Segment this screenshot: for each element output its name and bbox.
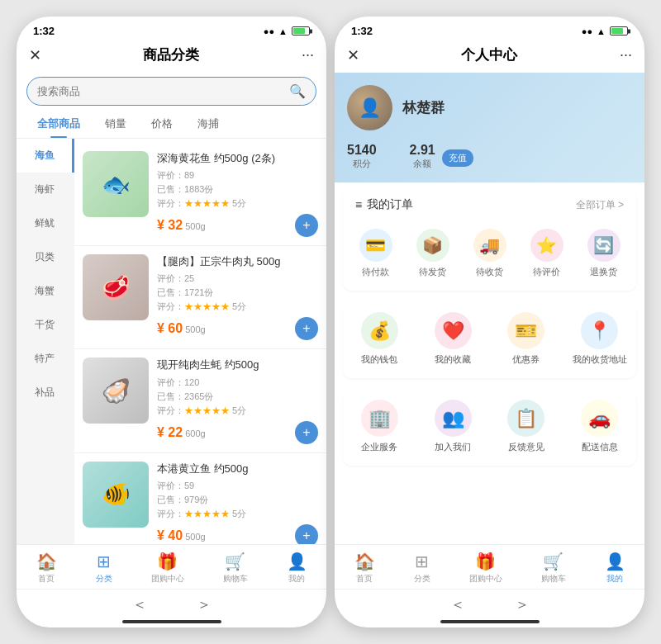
left-bottom-arrows: ＜ ＞ bbox=[17, 589, 326, 618]
sidebar-item-specialty[interactable]: 特产 bbox=[17, 342, 74, 376]
service-coupon[interactable]: 🎫 优惠券 bbox=[494, 312, 559, 366]
services-grid-2: 🏢 企业服务 👥 加入我们 📋 反馈意见 🚗 配送信息 bbox=[343, 391, 636, 466]
left-more-btn[interactable]: ··· bbox=[302, 46, 314, 64]
order-type-payment[interactable]: 💳 待付款 bbox=[359, 229, 392, 278]
right-home-indicator bbox=[440, 620, 540, 623]
add-to-cart-btn-3[interactable]: + bbox=[295, 421, 318, 444]
right-nav-mine[interactable]: 👤 我的 bbox=[605, 552, 625, 585]
forward-arrow[interactable]: ＞ bbox=[197, 594, 212, 614]
service-join[interactable]: 👥 加入我们 bbox=[421, 400, 486, 453]
profile-stats: 5140 积分 2.91 余额 充值 bbox=[347, 143, 632, 170]
right-close-btn[interactable]: ✕ bbox=[347, 46, 359, 64]
sidebar-item-shellfish[interactable]: 贝类 bbox=[17, 240, 74, 274]
left-status-bar: 1:32 ●● ▲ bbox=[17, 17, 326, 41]
product-price-3: ¥ 22600g bbox=[157, 425, 206, 440]
add-to-cart-btn-4[interactable]: + bbox=[295, 524, 318, 544]
wifi-icon: ▲ bbox=[278, 26, 288, 36]
right-nav-cart[interactable]: 🛒 购物车 bbox=[541, 552, 566, 585]
left-close-btn[interactable]: ✕ bbox=[29, 46, 41, 64]
right-nav-home-label: 首页 bbox=[356, 573, 373, 585]
main-content: 海鱼 海虾 鲜鱿 贝类 海蟹 干货 特产 补品 🐟 深海黄花鱼 约500g (2… bbox=[17, 139, 326, 544]
sidebar-item-crab[interactable]: 海蟹 bbox=[17, 274, 74, 308]
left-nav-home[interactable]: 🏠 首页 bbox=[36, 552, 57, 585]
points-value: 5140 bbox=[347, 143, 377, 158]
right-nav-group[interactable]: 🎁 团购中心 bbox=[469, 552, 502, 585]
order-type-receive[interactable]: 🚚 待收货 bbox=[473, 229, 506, 278]
recharge-button[interactable]: 充值 bbox=[442, 149, 473, 167]
return-label: 退换货 bbox=[590, 266, 617, 278]
orders-more-link[interactable]: 全部订单 > bbox=[576, 198, 624, 212]
right-nav-home[interactable]: 🏠 首页 bbox=[354, 552, 375, 585]
add-to-cart-btn-1[interactable]: + bbox=[295, 214, 318, 237]
right-bottom-nav: 🏠 首页 ⊞ 分类 🎁 团购中心 🛒 购物车 👤 我的 bbox=[335, 544, 644, 589]
product-price-row-4: ¥ 40500g + bbox=[157, 524, 318, 544]
product-eval-3: 评价：120 bbox=[157, 376, 318, 389]
profile-name: 林楚群 bbox=[402, 98, 445, 117]
tab-sales[interactable]: 销量 bbox=[93, 110, 139, 138]
left-nav-category-label: 分类 bbox=[96, 573, 112, 585]
service-delivery[interactable]: 🚗 配送信息 bbox=[567, 400, 632, 453]
order-type-return[interactable]: 🔄 退换货 bbox=[587, 229, 621, 278]
receive-icon: 🚚 bbox=[473, 229, 506, 262]
sidebar-item-dried[interactable]: 干货 bbox=[17, 308, 74, 342]
right-back-arrow[interactable]: ＜ bbox=[450, 594, 465, 614]
service-feedback[interactable]: 📋 反馈意见 bbox=[494, 400, 559, 453]
product-info-2: 【腿肉】正宗牛肉丸 500g 评价：25 已售：1721份 评分：★★★★★ 5… bbox=[157, 254, 318, 340]
sidebar-item-supplement[interactable]: 补品 bbox=[17, 376, 74, 410]
left-nav-group[interactable]: 🎁 团购中心 bbox=[151, 552, 184, 585]
service-favorites[interactable]: ❤️ 我的收藏 bbox=[421, 312, 486, 366]
right-nav-header: ✕ 个人中心 ··· bbox=[335, 41, 644, 73]
ship-label: 待发货 bbox=[419, 266, 446, 278]
payment-label: 待付款 bbox=[362, 266, 389, 278]
favorites-label: 我的收藏 bbox=[435, 353, 471, 366]
search-input[interactable] bbox=[37, 85, 289, 97]
cart-icon: 🛒 bbox=[225, 552, 245, 571]
left-nav-mine[interactable]: 👤 我的 bbox=[287, 552, 307, 585]
tab-fishing[interactable]: 海捕 bbox=[185, 110, 231, 138]
sidebar-item-seafish[interactable]: 海鱼 bbox=[17, 139, 74, 173]
payment-icon: 💳 bbox=[359, 229, 392, 262]
product-image-2: 🥩 bbox=[83, 254, 149, 320]
screens-container: 1:32 ●● ▲ ✕ 商品分类 ··· 🔍 全部商品 销量 价格 海捕 bbox=[0, 0, 661, 644]
return-icon: 🔄 bbox=[587, 229, 621, 262]
right-nav-category[interactable]: ⊞ 分类 bbox=[414, 552, 430, 585]
balance-value: 2.91 bbox=[410, 143, 435, 158]
points-stat: 5140 积分 bbox=[347, 143, 377, 170]
back-arrow[interactable]: ＜ bbox=[132, 594, 147, 614]
left-nav-category[interactable]: ⊞ 分类 bbox=[96, 552, 112, 585]
sidebar-item-squid[interactable]: 鲜鱿 bbox=[17, 206, 74, 240]
search-icon[interactable]: 🔍 bbox=[289, 83, 306, 99]
orders-title: ≡ 我的订单 bbox=[355, 197, 413, 212]
right-forward-arrow[interactable]: ＞ bbox=[515, 594, 530, 614]
enterprise-label: 企业服务 bbox=[361, 441, 397, 453]
services-section-1: 💰 我的钱包 ❤️ 我的收藏 🎫 优惠券 📍 我的收货地址 bbox=[343, 304, 636, 378]
right-signal-icon: ●● bbox=[582, 26, 592, 36]
right-mine-icon: 👤 bbox=[605, 552, 625, 571]
product-name-2: 【腿肉】正宗牛肉丸 500g bbox=[157, 254, 318, 269]
left-phone: 1:32 ●● ▲ ✕ 商品分类 ··· 🔍 全部商品 销量 价格 海捕 bbox=[17, 17, 326, 627]
right-home-icon: 🏠 bbox=[354, 552, 375, 571]
avatar-image: 👤 bbox=[347, 85, 392, 130]
right-more-btn[interactable]: ··· bbox=[620, 46, 632, 64]
delivery-icon: 🚗 bbox=[581, 400, 618, 437]
product-rating-1: 评分：★★★★★ 5分 bbox=[157, 197, 318, 210]
orders-section-header: ≡ 我的订单 全部订单 > bbox=[343, 189, 636, 220]
sidebar-item-shrimp[interactable]: 海虾 bbox=[17, 173, 74, 206]
service-address[interactable]: 📍 我的收货地址 bbox=[567, 312, 632, 366]
order-type-review[interactable]: ⭐ 待评价 bbox=[530, 229, 564, 278]
review-icon: ⭐ bbox=[530, 229, 564, 262]
tab-all[interactable]: 全部商品 bbox=[25, 110, 93, 138]
tab-price[interactable]: 价格 bbox=[139, 110, 185, 138]
add-to-cart-btn-2[interactable]: + bbox=[295, 317, 318, 340]
service-wallet[interactable]: 💰 我的钱包 bbox=[347, 312, 412, 366]
address-label: 我的收货地址 bbox=[573, 353, 627, 366]
left-nav-cart[interactable]: 🛒 购物车 bbox=[223, 552, 248, 585]
product-info-4: 本港黄立鱼 约500g 评价：59 已售：979份 评分：★★★★★ 5分 ¥ … bbox=[157, 462, 318, 544]
product-eval-1: 评价：89 bbox=[157, 169, 318, 182]
delivery-label: 配送信息 bbox=[582, 441, 618, 453]
table-row: 🥩 【腿肉】正宗牛肉丸 500g 评价：25 已售：1721份 评分：★★★★★… bbox=[74, 246, 326, 349]
category-tabs: 全部商品 销量 价格 海捕 bbox=[17, 110, 326, 139]
service-enterprise[interactable]: 🏢 企业服务 bbox=[347, 400, 412, 453]
order-type-ship[interactable]: 📦 待发货 bbox=[416, 229, 449, 278]
product-rating-2: 评分：★★★★★ 5分 bbox=[157, 301, 318, 313]
